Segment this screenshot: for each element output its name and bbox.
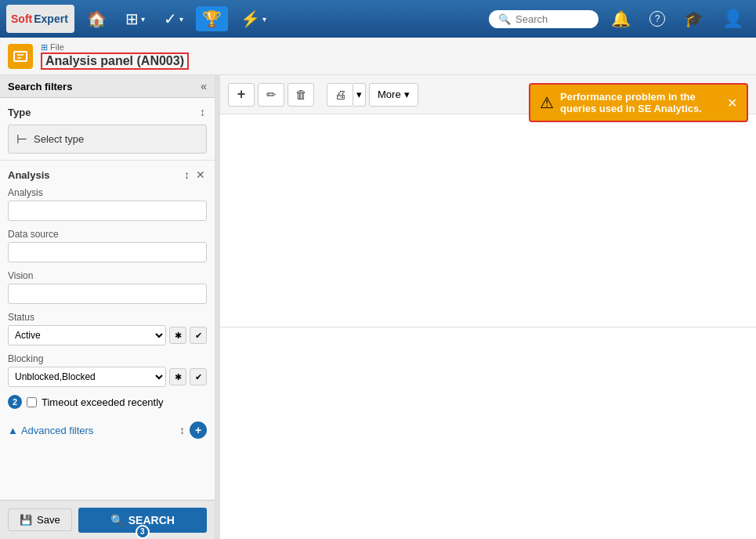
type-actions: ↕ — [198, 104, 207, 120]
badge-3: 3 — [136, 525, 150, 539]
status-select[interactable]: Active — [8, 325, 166, 345]
status-field-group: Status Active ✱ ✔ — [8, 312, 207, 345]
add-icon: + — [237, 86, 246, 103]
add-button[interactable]: + — [228, 83, 255, 107]
advanced-filters-section: ▲ Advanced filters ↕ + — [0, 415, 215, 445]
blocking-check-button[interactable]: ✔ — [190, 368, 207, 385]
home-icon: 🏠 — [87, 9, 107, 28]
bell-button[interactable]: 🔔 — [605, 6, 637, 31]
blocking-row: Unblocked,Blocked ✱ ✔ — [8, 367, 207, 387]
advanced-chevron-icon: ▲ — [8, 425, 18, 436]
lightning-chevron-icon: ▾ — [262, 15, 266, 24]
notification-banner: ⚠ Performance problem in the queries use… — [529, 83, 748, 122]
data-source-label: Data source — [8, 229, 207, 240]
grid-button[interactable]: ⊞ ▾ — [119, 6, 151, 31]
logo: SoftExpert — [6, 5, 74, 33]
advanced-sort-button[interactable]: ↕ — [178, 421, 186, 439]
vision-field-group: Vision — [8, 270, 207, 304]
blocking-select[interactable]: Unblocked,Blocked — [8, 367, 166, 387]
sidebar-scroll: Type ↕ ⊢ Select type Analysis ↕ ✕ — [0, 98, 215, 500]
content-main — [220, 114, 756, 539]
print-group: 🖨 ▾ — [327, 83, 366, 107]
bell-icon: 🔔 — [611, 9, 631, 28]
advanced-filters-label: Advanced filters — [21, 425, 94, 436]
timeout-row: 2 Timeout exceeded recently — [8, 395, 207, 409]
content-upper — [220, 114, 756, 327]
select-type-label: Select type — [34, 133, 84, 145]
home-button[interactable]: 🏠 — [81, 6, 113, 31]
content-toolbar: + ✏ 🗑 🖨 ▾ More ▾ — [220, 75, 756, 114]
delete-button[interactable]: 🗑 — [288, 83, 314, 107]
analysis-filter-section: Analysis ↕ ✕ Analysis Data source — [0, 161, 215, 415]
user-button[interactable]: 👤 — [716, 5, 750, 32]
blocking-label: Blocking — [8, 353, 207, 364]
help-button[interactable]: ? — [643, 8, 671, 30]
advanced-actions: ↕ + — [178, 421, 207, 439]
search-input[interactable] — [515, 13, 589, 25]
search-btn-icon: 🔍 — [110, 514, 124, 526]
breadcrumb: ⊞ File Analysis panel (AN003) — [0, 38, 756, 75]
notification-close-button[interactable]: ✕ — [727, 96, 737, 110]
add-filter-button[interactable]: + — [190, 421, 207, 439]
save-icon: 💾 — [20, 514, 32, 526]
vision-input[interactable] — [8, 284, 207, 304]
print-dropdown-button[interactable]: ▾ — [353, 83, 366, 107]
type-filter-section: Type ↕ ⊢ Select type — [0, 98, 215, 161]
sidebar-header: Search filters « — [0, 75, 215, 98]
analysis-field-group: Analysis — [8, 187, 207, 221]
blocking-field-group: Blocking Unblocked,Blocked ✱ ✔ — [8, 353, 207, 387]
check-button[interactable]: ✓ ▾ — [157, 6, 190, 31]
svg-rect-0 — [14, 52, 27, 61]
analysis-sort-button[interactable]: ↕ — [183, 167, 191, 183]
type-sort-button[interactable]: ↕ — [198, 104, 207, 120]
collapse-button[interactable]: « — [201, 80, 207, 92]
analysis-section-header: Analysis ↕ ✕ — [8, 167, 207, 183]
vision-label: Vision — [8, 270, 207, 281]
grid-icon: ⊞ — [125, 9, 139, 28]
graduation-icon: 🎓 — [684, 9, 704, 28]
status-clear-button[interactable]: ✱ — [169, 327, 186, 344]
lightning-button[interactable]: ⚡ ▾ — [234, 6, 273, 31]
notification-message: Performance problem in the queries used … — [560, 91, 721, 114]
data-source-field-group: Data source — [8, 229, 207, 262]
more-chevron-icon: ▾ — [404, 89, 410, 100]
status-check-button[interactable]: ✔ — [190, 327, 207, 344]
trash-icon: 🗑 — [295, 88, 307, 101]
type-tree-icon: ⊢ — [16, 132, 27, 147]
search-button[interactable]: 🔍 SEARCH 3 — [78, 508, 207, 533]
timeout-label: Timeout exceeded recently — [42, 396, 164, 408]
education-button[interactable]: 🎓 — [678, 6, 710, 31]
more-button[interactable]: More ▾ — [369, 83, 418, 107]
more-label: More — [378, 89, 401, 100]
print-icon: 🖨 — [335, 88, 346, 101]
edit-button[interactable]: ✏ — [258, 83, 284, 107]
sidebar: Search filters « Type ↕ ⊢ Select type — [0, 75, 215, 539]
main-layout: Search filters « Type ↕ ⊢ Select type — [0, 75, 756, 539]
analysis-section-label: Analysis — [8, 169, 49, 181]
save-button[interactable]: 💾 Save — [8, 508, 72, 531]
status-row: Active ✱ ✔ — [8, 325, 207, 345]
trophy-button[interactable]: 🏆 — [196, 6, 228, 31]
blocking-clear-button[interactable]: ✱ — [169, 368, 186, 385]
content-area: + ✏ 🗑 🖨 ▾ More ▾ — [220, 75, 756, 539]
print-button[interactable]: 🖨 — [327, 83, 353, 107]
logo-soft: Soft — [11, 13, 32, 25]
data-source-input[interactable] — [8, 242, 207, 262]
type-label: Type — [8, 107, 31, 118]
warning-icon: ⚠ — [540, 93, 554, 112]
timeout-checkbox[interactable] — [27, 397, 37, 407]
edit-icon: ✏ — [266, 88, 277, 102]
navbar: SoftExpert 🏠 ⊞ ▾ ✓ ▾ 🏆 ⚡ ▾ 🔍 🔔 ? 🎓 👤 — [0, 0, 756, 38]
advanced-filters-toggle[interactable]: ▲ Advanced filters — [8, 425, 93, 436]
search-icon: 🔍 — [498, 13, 511, 25]
type-section-header: Type ↕ — [8, 104, 207, 120]
analysis-actions: ↕ ✕ — [183, 167, 207, 183]
logo-expert: Expert — [34, 13, 68, 25]
content-lower — [220, 327, 756, 540]
check-chevron-icon: ▾ — [179, 15, 183, 24]
sidebar-title: Search filters — [8, 81, 72, 92]
check-icon: ✓ — [164, 9, 177, 28]
select-type-button[interactable]: ⊢ Select type — [8, 125, 207, 154]
analysis-input[interactable] — [8, 201, 207, 221]
analysis-delete-button[interactable]: ✕ — [194, 167, 207, 183]
